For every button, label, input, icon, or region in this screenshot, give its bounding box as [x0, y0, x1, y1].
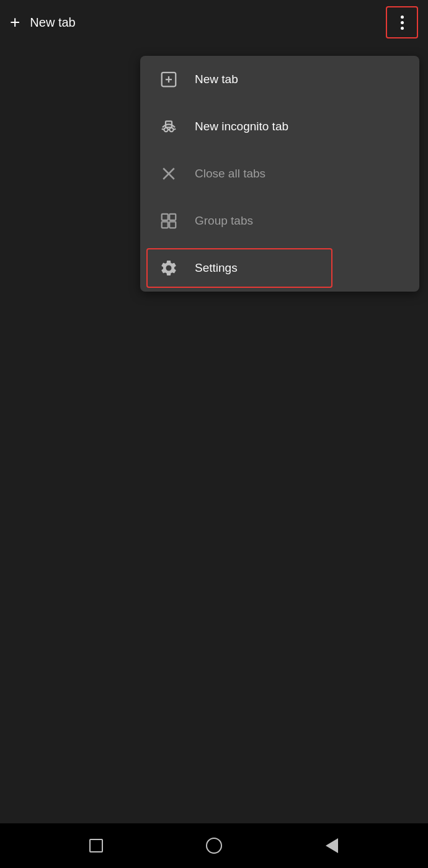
recents-square-icon [89, 839, 103, 852]
svg-rect-11 [162, 214, 168, 220]
svg-line-7 [162, 129, 164, 130]
dropdown-menu: New tab New incognito tab [140, 56, 419, 292]
nav-back-button[interactable] [321, 834, 343, 857]
menu-item-new-tab-label: New tab [195, 73, 238, 86]
three-dots-menu-button[interactable] [386, 6, 418, 38]
top-bar-left: + New tab [10, 14, 76, 31]
menu-item-new-tab[interactable]: New tab [140, 56, 419, 103]
settings-icon [158, 257, 180, 279]
svg-point-5 [169, 128, 173, 132]
menu-item-group-tabs-label: Group tabs [195, 214, 253, 228]
svg-rect-14 [169, 221, 176, 228]
dot-1 [401, 16, 404, 19]
menu-item-incognito-label: New incognito tab [195, 120, 288, 133]
menu-item-settings[interactable]: Settings [140, 244, 419, 292]
svg-line-8 [174, 129, 176, 130]
menu-item-close-all-tabs[interactable]: Close all tabs [140, 150, 419, 197]
menu-item-settings-label: Settings [195, 261, 238, 275]
group-tabs-icon [158, 210, 180, 232]
dot-2 [401, 21, 404, 24]
incognito-icon [158, 115, 180, 138]
menu-item-new-incognito-tab[interactable]: New incognito tab [140, 103, 419, 150]
menu-item-close-all-label: Close all tabs [195, 167, 265, 181]
top-bar: + New tab [0, 0, 428, 45]
menu-item-group-tabs[interactable]: Group tabs [140, 197, 419, 244]
new-tab-plus-button[interactable]: + [10, 14, 20, 31]
svg-rect-12 [169, 214, 176, 220]
nav-home-button[interactable] [203, 834, 225, 857]
close-all-tabs-icon [158, 163, 180, 185]
page-title: New tab [30, 16, 75, 30]
back-triangle-icon [326, 838, 338, 853]
svg-point-4 [164, 128, 168, 132]
home-circle-icon [206, 838, 222, 854]
nav-recents-button[interactable] [85, 834, 107, 857]
svg-rect-13 [162, 221, 168, 228]
dot-3 [401, 27, 404, 30]
bottom-nav-bar [0, 823, 428, 868]
new-tab-icon [158, 68, 180, 91]
